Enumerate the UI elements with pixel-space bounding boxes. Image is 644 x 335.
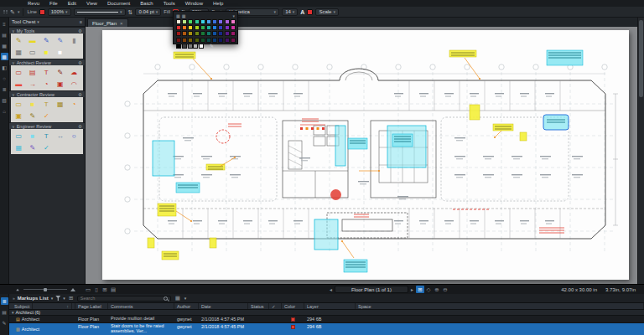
continuous-view-button[interactable]: ▯ [92, 286, 101, 293]
note-markup[interactable] [162, 251, 179, 260]
palette-swatch[interactable] [218, 38, 223, 43]
zoom-out-slider-icon[interactable] [16, 288, 19, 290]
text-tool[interactable]: T [39, 98, 54, 110]
markups-group-row[interactable]: ▾ Architect (6) [9, 310, 644, 316]
note-markup[interactable] [210, 238, 216, 248]
palette-swatch[interactable] [182, 19, 187, 24]
column-author[interactable]: Author [174, 303, 199, 309]
stamp-tool[interactable]: ▦ [54, 98, 68, 110]
palette-swatch[interactable] [182, 31, 187, 36]
palette-swatch[interactable] [200, 25, 205, 30]
palette-swatch[interactable] [212, 31, 217, 36]
palette-swatch[interactable] [176, 19, 181, 24]
split-view-button[interactable]: ▤ [109, 286, 117, 293]
tool-chest-header[interactable]: Tool Chest ▾ ≡ [9, 18, 85, 27]
note-tool[interactable]: ■ [26, 130, 40, 142]
palette-swatch[interactable] [199, 44, 204, 49]
palette-swatch[interactable] [225, 25, 230, 30]
tool-chest-menu-icon[interactable]: ≡ [80, 19, 82, 24]
stamp-tool[interactable]: ▦ [12, 142, 26, 153]
pen-tool[interactable]: ✎ [54, 66, 68, 78]
row-color-swatch[interactable] [291, 325, 295, 329]
palette-swatch[interactable] [200, 19, 205, 24]
markup-row[interactable]: ▤ArchitectFloor PlanProvide mullion deta… [9, 316, 644, 323]
circle-tool[interactable]: ○ [67, 130, 81, 142]
palette-set-icon[interactable]: ▦ [182, 13, 186, 18]
thumbnails-icon[interactable]: ▤ [1, 31, 8, 39]
columns-caret-icon[interactable]: ▾ [184, 296, 187, 301]
dim-tool[interactable]: ↔ [54, 130, 68, 142]
palette-set-icon[interactable]: ▦ [176, 13, 180, 18]
single-page-view-button[interactable]: ▭ [84, 286, 92, 293]
next-page-button[interactable]: ► [408, 287, 416, 292]
note-markup[interactable] [449, 50, 476, 57]
palette-swatch[interactable] [188, 38, 193, 43]
eyedropper-icon[interactable]: ✎ [210, 44, 214, 49]
eraser-tool[interactable]: ■ [54, 46, 68, 58]
pan-button[interactable]: ◇ [424, 286, 433, 293]
column-date[interactable]: Date [199, 303, 248, 309]
palette-swatch[interactable] [195, 38, 200, 43]
callout-tool[interactable]: ▭ [12, 66, 26, 78]
palette-swatch[interactable] [176, 38, 181, 43]
close-icon[interactable]: × [120, 21, 123, 26]
expand-rows-icon[interactable]: ⊞ [68, 295, 75, 302]
menu-item-revu[interactable]: Revu [23, 0, 44, 7]
width-stepper-icon[interactable]: ⇅ [128, 8, 133, 16]
file-access-icon[interactable]: ≡ [1, 20, 8, 28]
palette-swatch[interactable] [218, 19, 223, 24]
palette-swatch[interactable] [225, 19, 230, 24]
tool-section-header[interactable]: ∨My Tools⚙ [9, 27, 85, 34]
text-tool[interactable]: T [39, 66, 54, 78]
palette-swatch[interactable] [182, 44, 187, 49]
arrow-tool[interactable]: → [26, 78, 40, 90]
chevron-down-icon[interactable]: ▾ [51, 296, 54, 301]
collapse-panel-icon[interactable]: » [13, 296, 15, 301]
zoom-in-slider-icon[interactable] [70, 288, 75, 291]
filter-caret-icon[interactable]: ▾ [63, 296, 65, 301]
summary-icon[interactable]: ▤ [1, 308, 8, 316]
palette-swatch[interactable] [188, 25, 193, 30]
palette-swatch[interactable] [182, 38, 187, 43]
palette-swatch[interactable] [218, 25, 223, 30]
callout-tool[interactable]: ▭ [12, 130, 26, 142]
zoom-out-button[interactable]: ⊖ [441, 286, 449, 293]
palette-swatch[interactable] [231, 31, 236, 36]
column-comments[interactable]: Comments [108, 303, 174, 309]
note-tool[interactable]: ■ [26, 98, 40, 110]
palette-swatch[interactable] [188, 19, 193, 24]
highlight-markup[interactable] [153, 141, 174, 176]
tool-section-header[interactable]: ∨Engineer Review⚙ [9, 122, 85, 129]
canvas-scrollbar[interactable] [637, 18, 644, 284]
arc-tool[interactable]: ◠ [67, 78, 81, 90]
note-yellow-tool[interactable]: ■ [39, 46, 54, 58]
tool-section-header[interactable]: ∨Contractor Review⚙ [9, 90, 85, 97]
check-tool[interactable]: ✓ [39, 142, 54, 153]
cloud-tool[interactable]: ☁ [67, 66, 81, 78]
note-markup[interactable] [470, 105, 480, 120]
pen-blue-tool[interactable]: ✎ [39, 34, 54, 46]
zoom-in-button[interactable]: ⊕ [433, 286, 441, 293]
check-tool[interactable]: ✓ [39, 110, 54, 121]
palette-swatch[interactable] [218, 31, 223, 36]
callout-tool[interactable]: ▭ [26, 46, 40, 58]
highlight-markup[interactable] [314, 219, 338, 250]
highlighter-tool[interactable]: ▬ [26, 34, 40, 46]
markups-list-icon[interactable]: ≣ [1, 297, 8, 305]
tool-dropdown-caret[interactable]: ▾ [18, 9, 20, 14]
gear-icon[interactable]: ⚙ [78, 28, 82, 34]
palette-swatch[interactable] [206, 31, 211, 36]
markup-edit-icon[interactable]: ✎ [1, 319, 8, 327]
scrollbar-thumb[interactable] [639, 20, 643, 97]
note-markup[interactable] [493, 124, 513, 131]
palette-swatch[interactable] [206, 38, 211, 43]
previous-page-button[interactable]: ◄ [327, 287, 335, 292]
callout-tool[interactable]: ▭ [12, 98, 26, 110]
line-opacity-select[interactable]: 100%▾ [48, 8, 71, 16]
palette-swatch[interactable] [176, 44, 181, 49]
menu-item-file[interactable]: File [45, 0, 62, 7]
palette-swatch[interactable] [231, 19, 236, 24]
palette-swatch[interactable] [206, 19, 211, 24]
columns-menu-icon[interactable]: ▦ [174, 295, 182, 302]
filter-funnel-icon[interactable] [55, 296, 60, 301]
